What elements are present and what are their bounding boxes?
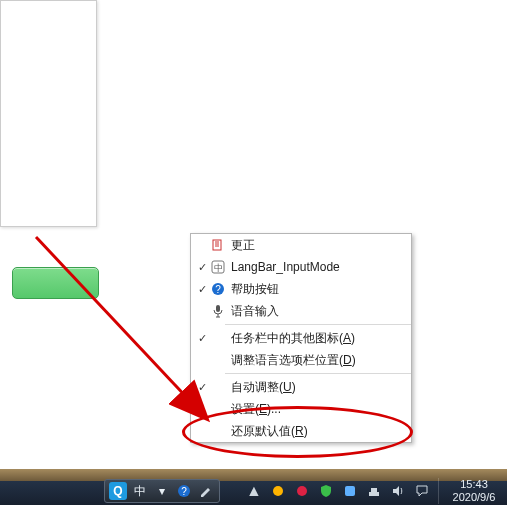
ime-caret-icon[interactable]: ▾ [153, 482, 171, 500]
menu-item-correction[interactable]: 更正 [191, 234, 411, 256]
svg-text:?: ? [181, 486, 187, 497]
clock-time: 15:43 [445, 478, 503, 491]
tray-overflow-icon[interactable]: ▲ [246, 483, 262, 499]
menu-item-label: 语音输入 [227, 303, 279, 320]
svg-rect-13 [371, 488, 377, 492]
language-bar-context-menu: 更正 ✓ 中 LangBar_InputMode ✓ ? 帮助按钮 语音输入 ✓ [190, 233, 412, 443]
mic-icon [209, 304, 227, 318]
network-icon[interactable] [366, 483, 382, 499]
menu-item-label: 自动调整(U) [227, 379, 296, 396]
svg-text:?: ? [215, 284, 221, 295]
correction-icon [209, 238, 227, 252]
svg-rect-5 [216, 305, 220, 312]
check-icon: ✓ [195, 381, 209, 394]
ime-mode-icon[interactable]: 中 [131, 482, 149, 500]
volume-icon[interactable] [390, 483, 406, 499]
svg-text:中: 中 [214, 263, 223, 273]
menu-item-auto-adjust[interactable]: ✓ 自动调整(U) [191, 376, 411, 398]
svg-line-6 [36, 237, 206, 418]
tray-shield-icon[interactable] [318, 483, 334, 499]
ime-help-icon[interactable]: ? [175, 482, 193, 500]
menu-item-adjust-position[interactable]: 调整语言选项栏位置(D) [191, 349, 411, 371]
language-bar[interactable]: Q 中 ▾ ? [104, 479, 220, 503]
help-icon: ? [209, 282, 227, 296]
ime-tool-icon[interactable] [197, 482, 215, 500]
svg-point-10 [297, 486, 307, 496]
clock-date: 2020/9/6 [445, 491, 503, 504]
menu-separator [225, 373, 411, 374]
menu-separator [225, 324, 411, 325]
menu-item-other-icons[interactable]: ✓ 任务栏中的其他图标(A) [191, 327, 411, 349]
menu-item-label: 帮助按钮 [227, 281, 279, 298]
menu-item-label: 调整语言选项栏位置(D) [227, 352, 356, 369]
menu-item-help[interactable]: ✓ ? 帮助按钮 [191, 278, 411, 300]
menu-item-voice[interactable]: 语音输入 [191, 300, 411, 322]
menu-item-label: 还原默认值(R) [227, 423, 308, 440]
system-tray: ▲ 15:43 2020/9/6 [242, 477, 507, 505]
menu-item-settings[interactable]: 设置(E)... [191, 398, 411, 420]
check-icon: ✓ [195, 283, 209, 296]
svg-rect-11 [345, 486, 355, 496]
tray-app-icon[interactable] [270, 483, 286, 499]
taskbar-clock[interactable]: 15:43 2020/9/6 [438, 478, 503, 504]
menu-item-label: 任务栏中的其他图标(A) [227, 330, 355, 347]
check-icon: ✓ [195, 332, 209, 345]
qq-ime-icon[interactable]: Q [109, 482, 127, 500]
menu-item-label: LangBar_InputMode [227, 260, 340, 274]
check-icon: ✓ [195, 261, 209, 274]
green-button[interactable] [12, 267, 99, 299]
menu-item-label: 更正 [227, 237, 255, 254]
menu-item-restore-defaults[interactable]: 还原默认值(R) [191, 420, 411, 442]
menu-item-inputmode[interactable]: ✓ 中 LangBar_InputMode [191, 256, 411, 278]
cn-ime-icon: 中 [209, 260, 227, 274]
svg-rect-12 [369, 492, 379, 496]
svg-point-9 [273, 486, 283, 496]
taskbar: Q 中 ▾ ? ▲ 15:43 2020/9/6 [0, 469, 507, 505]
tray-app-icon[interactable] [342, 483, 358, 499]
menu-item-label: 设置(E)... [227, 401, 281, 418]
white-panel [0, 0, 97, 227]
action-center-icon[interactable] [414, 483, 430, 499]
tray-app-icon[interactable] [294, 483, 310, 499]
